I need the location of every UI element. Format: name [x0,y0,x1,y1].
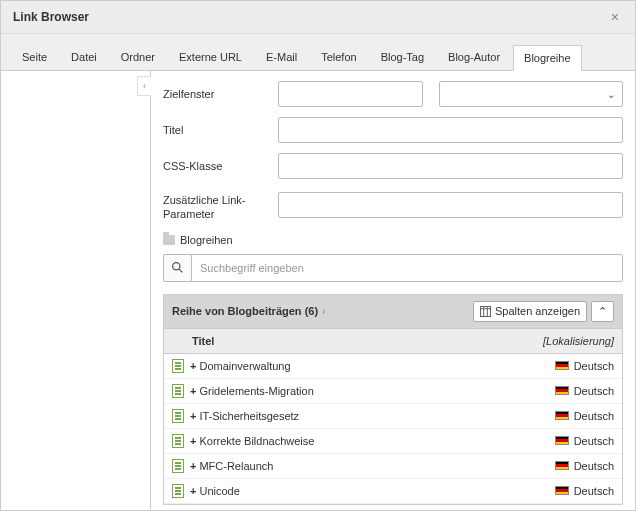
target-row: Zielfenster ⌄ [163,81,623,107]
lang-cell: Deutsch [514,410,614,422]
main-panel: Zielfenster ⌄ Titel CSS-Klasse Zusätz [151,71,635,510]
plus-icon: + [190,435,196,447]
tab-bar: SeiteDateiOrdnerExterne URLE-MailTelefon… [1,34,635,71]
collapse-listing-button[interactable]: ⌃ [591,301,614,322]
svg-rect-2 [480,306,490,316]
rows-container: +DomainverwaltungDeutsch+Gridelements-Mi… [164,354,622,504]
col-title: Titel [164,329,522,353]
flag-icon [555,461,569,470]
content-area: ‹ Zielfenster ⌄ Titel CSS-Klasse [1,71,635,510]
title-input[interactable] [278,117,623,143]
close-icon[interactable]: × [607,9,623,25]
lang-label: Deutsch [574,360,614,372]
lang-label: Deutsch [574,485,614,497]
columns-button[interactable]: Spalten anzeigen [473,301,587,322]
modal-header: Link Browser × [1,1,635,34]
search-icon [171,261,184,274]
title-label: Titel [163,123,278,137]
lang-label: Deutsch [574,435,614,447]
css-label: CSS-Klasse [163,159,278,173]
plus-icon: + [190,360,196,372]
title-row: Titel [163,117,623,143]
page-icon [172,409,184,423]
listing-title-wrap[interactable]: Reihe von Blogbeiträgen (6) › [172,305,325,317]
columns-icon [480,306,491,317]
columns-label: Spalten anzeigen [495,305,580,317]
flag-icon [555,361,569,370]
table-row[interactable]: +IT-SicherheitsgesetzDeutsch [164,404,622,429]
column-header: Titel [Lokalisierung] [164,328,622,354]
plus-icon: + [190,460,196,472]
folder-icon [163,235,175,245]
css-input[interactable] [278,153,623,179]
search-button[interactable] [163,254,191,282]
target-label: Zielfenster [163,87,278,101]
flag-icon [555,411,569,420]
plus-icon: + [190,410,196,422]
page-icon [172,434,184,448]
listing: Reihe von Blogbeiträgen (6) › Spalten an… [163,294,623,505]
svg-line-1 [179,269,182,272]
section-text: Blogreihen [180,234,233,246]
tab-externe-url[interactable]: Externe URL [168,44,253,70]
flag-icon [555,486,569,495]
table-row[interactable]: +Korrekte BildnachweiseDeutsch [164,429,622,454]
table-row[interactable]: +DomainverwaltungDeutsch [164,354,622,379]
table-row[interactable]: +MFC-RelaunchDeutsch [164,454,622,479]
svg-point-0 [173,263,180,270]
lang-cell: Deutsch [514,485,614,497]
plus-icon: + [190,485,196,497]
section-label: Blogreihen [163,234,623,246]
target-select[interactable] [439,81,623,107]
col-loc: [Lokalisierung] [522,329,622,353]
listing-header: Reihe von Blogbeiträgen (6) › Spalten an… [164,295,622,328]
flag-icon [555,436,569,445]
table-row[interactable]: +UnicodeDeutsch [164,479,622,504]
row-title: MFC-Relaunch [199,460,514,472]
listing-actions: Spalten anzeigen ⌃ [473,301,614,322]
lang-label: Deutsch [574,410,614,422]
tab-blogreihe[interactable]: Blogreihe [513,45,581,71]
search-row [163,254,623,282]
tab-ordner[interactable]: Ordner [110,44,166,70]
tab-blog-tag[interactable]: Blog-Tag [370,44,435,70]
lang-cell: Deutsch [514,360,614,372]
search-input[interactable] [191,254,623,282]
row-title: Korrekte Bildnachweise [199,435,514,447]
row-title: IT-Sicherheitsgesetz [199,410,514,422]
page-icon [172,384,184,398]
lang-cell: Deutsch [514,385,614,397]
page-icon [172,359,184,373]
params-label: Zusätzliche Link-Parameter [163,189,278,222]
chevron-up-icon: ⌃ [598,305,607,318]
lang-cell: Deutsch [514,460,614,472]
page-icon [172,484,184,498]
params-row: Zusätzliche Link-Parameter [163,189,623,222]
lang-label: Deutsch [574,385,614,397]
listing-title: Reihe von Blogbeiträgen (6) [172,305,318,317]
lang-cell: Deutsch [514,435,614,447]
modal-title: Link Browser [13,10,89,24]
plus-icon: + [190,385,196,397]
lang-label: Deutsch [574,460,614,472]
css-row: CSS-Klasse [163,153,623,179]
row-title: Gridelements-Migration [199,385,514,397]
tab-datei[interactable]: Datei [60,44,108,70]
table-row[interactable]: +Gridelements-MigrationDeutsch [164,379,622,404]
params-input[interactable] [278,192,623,218]
row-title: Domainverwaltung [199,360,514,372]
row-title: Unicode [199,485,514,497]
chevron-right-icon: › [322,306,325,317]
flag-icon [555,386,569,395]
tree-sidebar: ‹ [1,71,151,510]
tab-telefon[interactable]: Telefon [310,44,367,70]
collapse-toggle[interactable]: ‹ [137,76,151,96]
tab-blog-autor[interactable]: Blog-Autor [437,44,511,70]
target-input[interactable] [278,81,423,107]
tab-e-mail[interactable]: E-Mail [255,44,308,70]
tab-seite[interactable]: Seite [11,44,58,70]
page-icon [172,459,184,473]
link-browser-modal: Link Browser × SeiteDateiOrdnerExterne U… [0,0,636,511]
